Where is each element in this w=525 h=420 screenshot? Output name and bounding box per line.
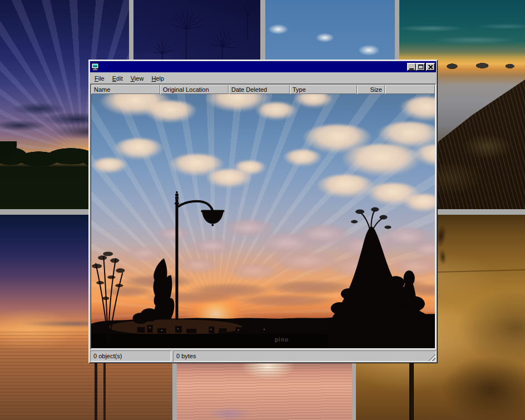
menu-item-help[interactable]: Help — [147, 74, 168, 83]
wispy-clouds — [399, 17, 525, 56]
column-header-label: Original Location — [163, 86, 209, 93]
status-bar: 0 object(s) 0 bytes — [90, 350, 436, 362]
branch-wisp — [437, 246, 448, 267]
status-bytes-panel: 0 bytes — [173, 350, 436, 362]
menu-bar: FileEditViewHelp — [90, 73, 436, 83]
minimize-icon — [409, 68, 414, 70]
status-objects-panel: 0 object(s) — [90, 350, 171, 362]
column-header-label: Name — [94, 86, 110, 93]
list-view-client: NameOriginal LocationDate DeletedTypeSiz… — [90, 83, 436, 349]
maximize-button[interactable] — [416, 63, 425, 71]
street-lamp-silhouette — [175, 191, 225, 320]
desktop-wallpaper-collage: FileEditViewHelp NameOriginal LocationDa… — [0, 0, 525, 420]
title-bar[interactable] — [90, 61, 436, 72]
close-button[interactable] — [426, 63, 435, 71]
menu-item-edit[interactable]: Edit — [108, 74, 127, 83]
column-header-label: Size — [370, 86, 382, 93]
close-icon — [428, 65, 433, 69]
silhouette-layer — [91, 94, 435, 348]
water-pole — [103, 363, 106, 420]
column-header-row: NameOriginal LocationDate DeletedTypeSiz… — [91, 85, 435, 94]
status-objects-text: 0 object(s) — [93, 353, 122, 359]
list-view-photo-background[interactable]: pino — [91, 94, 435, 348]
water-pole — [95, 360, 97, 420]
maximize-icon — [418, 65, 423, 69]
photo-watermark: pino — [275, 337, 289, 343]
menu-item-view[interactable]: View — [127, 74, 148, 83]
column-header-original-location[interactable]: Original Location — [160, 85, 229, 94]
recycle-bin-window: FileEditViewHelp NameOriginal LocationDa… — [88, 60, 438, 363]
column-header-label: Type — [293, 86, 306, 93]
window-controls — [407, 63, 435, 71]
column-header-name[interactable]: Name — [91, 85, 160, 94]
column-header-size[interactable]: Size — [357, 85, 385, 94]
minimize-button[interactable] — [407, 63, 416, 71]
computer-icon — [91, 63, 99, 71]
column-header-type[interactable]: Type — [290, 85, 357, 94]
lamp-pole-background — [409, 362, 414, 420]
column-header-blank[interactable] — [385, 85, 435, 94]
status-bytes-text: 0 bytes — [176, 353, 196, 359]
menu-item-file[interactable]: File — [91, 74, 108, 83]
column-header-date-deleted[interactable]: Date Deleted — [229, 85, 290, 94]
column-header-label: Date Deleted — [231, 86, 267, 93]
